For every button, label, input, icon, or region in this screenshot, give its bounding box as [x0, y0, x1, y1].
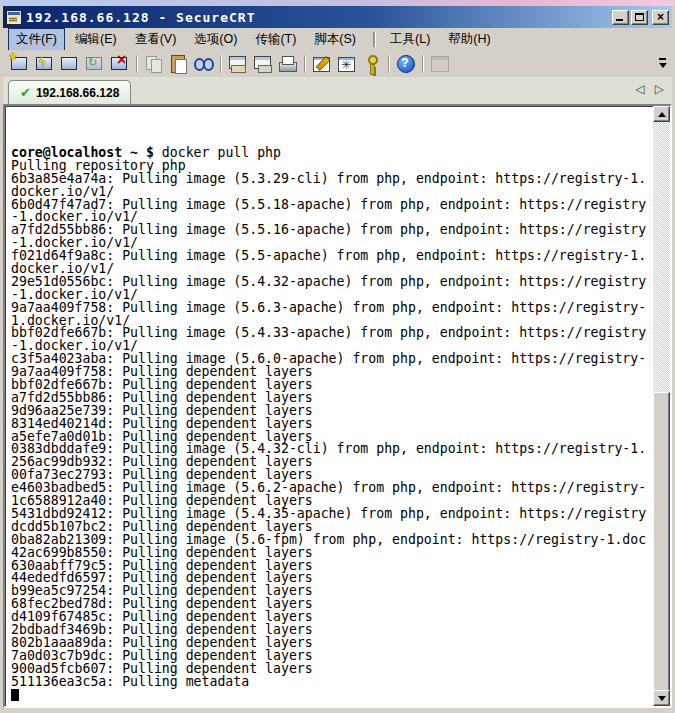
window-bottom-border [0, 708, 675, 713]
maximize-icon [635, 13, 644, 21]
tab-scroll-left-icon[interactable]: ◁ [636, 82, 645, 96]
help-icon[interactable] [394, 53, 417, 75]
minimize-icon [616, 19, 623, 21]
menu-view[interactable]: 查看(V) [127, 28, 185, 51]
paste-icon[interactable] [167, 53, 190, 75]
scroll-down-button[interactable] [653, 690, 670, 706]
session-tab-label: 192.168.66.128 [36, 86, 119, 100]
disconnect-icon[interactable] [108, 53, 131, 75]
menu-script[interactable]: 脚本(S) [306, 28, 364, 51]
reconnect-icon[interactable] [83, 53, 106, 75]
terminal[interactable]: core@localhost ~ $ docker pull php Pulli… [3, 104, 672, 708]
window-title: 192.168.66.128 - SecureCRT [26, 10, 256, 25]
scrollbar-thumb[interactable] [653, 392, 670, 700]
menu-file[interactable]: 文件(F) [8, 28, 65, 51]
session-tab[interactable]: ✔ 192.168.66.128 [8, 80, 131, 104]
tab-scroll-right-icon[interactable]: ▷ [655, 82, 664, 96]
key-agent-icon[interactable] [360, 53, 383, 75]
terminal-line: 511136ea3c5a: Pulling metadata [11, 676, 652, 689]
menu-help[interactable]: 帮助(H) [440, 28, 498, 51]
close-icon: × [653, 10, 668, 25]
toolbar-separator [301, 53, 308, 75]
close-button[interactable]: × [652, 10, 669, 25]
scrollbar[interactable] [653, 106, 670, 706]
session-options-icon[interactable] [310, 53, 333, 75]
maximize-button[interactable] [631, 10, 648, 25]
scroll-up-icon [658, 112, 666, 117]
connect-icon[interactable] [8, 53, 31, 75]
menu-options[interactable]: 选项(O) [186, 28, 245, 51]
app-icon[interactable] [6, 10, 22, 25]
toolbar-separator [133, 53, 140, 75]
global-options-icon[interactable] [335, 53, 358, 75]
securecrt-window: 192.168.66.128 - SecureCRT × 文件(F)编辑(E)查… [0, 0, 675, 713]
menu-transfer[interactable]: 传输(T) [247, 28, 304, 51]
chat-window-icon[interactable] [226, 53, 249, 75]
toolbar-separator [217, 53, 224, 75]
minimize-button[interactable] [612, 10, 629, 25]
menu-edit[interactable]: 编辑(E) [67, 28, 125, 51]
toolbar-overflow-icon[interactable] [658, 57, 668, 69]
quick-connect-icon[interactable] [33, 53, 56, 75]
title-bar: 192.168.66.128 - SecureCRT × [3, 6, 672, 28]
terminal-cursor [11, 689, 19, 701]
secure-status-icon[interactable] [428, 53, 451, 75]
terminal-output: Pulling repository php6b3a85e4a74a: Pull… [11, 160, 652, 689]
scroll-up-button[interactable] [653, 106, 670, 122]
toolbar-separator [419, 53, 426, 75]
terminal-text: core@localhost ~ $ docker pull php Pulli… [7, 107, 652, 706]
tab-bar: ✔ 192.168.66.128 ◁ ▷ [3, 77, 672, 104]
toolbar [3, 50, 672, 77]
clone-session-icon[interactable] [251, 53, 274, 75]
menu-separator [373, 32, 375, 47]
find-icon[interactable] [192, 53, 215, 75]
copy-icon[interactable] [142, 53, 165, 75]
tab-scroll-controls: ◁ ▷ [636, 82, 664, 96]
toolbar-separator [385, 53, 392, 75]
print-icon[interactable] [276, 53, 299, 75]
menu-bar: 文件(F)编辑(E)查看(V)选项(O)传输(T)脚本(S)工具(L)帮助(H) [3, 28, 672, 50]
session-window-icon[interactable] [58, 53, 81, 75]
menu-tools[interactable]: 工具(L) [382, 28, 438, 51]
window-controls: × [612, 10, 669, 25]
connected-check-icon: ✔ [20, 85, 31, 100]
scroll-down-icon [658, 696, 666, 701]
